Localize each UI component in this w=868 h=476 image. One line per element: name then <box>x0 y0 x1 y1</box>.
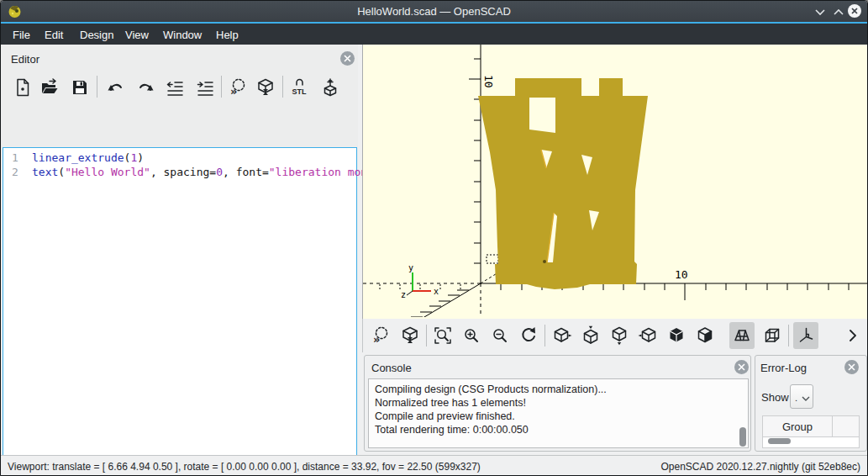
menu-help[interactable]: Help <box>216 29 239 41</box>
table-hscrollbar[interactable] <box>768 438 791 444</box>
export-stl-button[interactable]: STL <box>287 74 313 101</box>
view-perspective-button[interactable] <box>729 322 755 349</box>
toolbar-separator <box>544 325 545 346</box>
zoom-all-icon <box>433 325 453 346</box>
export-stl-icon: STL <box>290 77 310 98</box>
editor-toolbar: » STL <box>1 71 358 103</box>
rendered-model <box>478 78 648 289</box>
close-window-button[interactable] <box>847 3 862 22</box>
view-back-icon <box>695 325 715 346</box>
minimize-button[interactable] <box>814 6 826 21</box>
code-line-2: text("Hello World", spacing=0, font="lib… <box>32 166 394 178</box>
log-filter-dropdown[interactable]: . <box>790 384 813 409</box>
console-output[interactable]: Compiling design (CSG Products normaliza… <box>368 378 749 448</box>
new-file-icon <box>13 77 33 98</box>
view-left-button[interactable] <box>635 322 660 349</box>
menubar: File Edit Design View Window Help <box>1 24 867 45</box>
chevron-right-icon <box>844 327 861 344</box>
save-button[interactable] <box>67 74 92 101</box>
window-title: HelloWorld.scad — OpenSCAD <box>1 5 867 18</box>
view-top-button[interactable] <box>578 322 603 349</box>
mini-axes-indicator: y x z <box>401 263 439 299</box>
vp-render-button[interactable] <box>397 322 423 349</box>
preview-button[interactable]: » <box>225 74 250 101</box>
empty-column-header[interactable] <box>832 416 859 437</box>
menu-design[interactable]: Design <box>80 29 113 41</box>
dropdown-value: . <box>795 393 797 403</box>
undo-button[interactable] <box>103 74 129 101</box>
errorlog-panel: Error-Log Show . Group <box>755 355 867 452</box>
view-right-icon <box>552 325 572 346</box>
view-right-button[interactable] <box>550 322 575 349</box>
vp-preview-button[interactable]: » <box>368 322 393 349</box>
group-column-header[interactable]: Group <box>763 416 832 437</box>
svg-text:»: » <box>230 85 237 98</box>
errorlog-table[interactable]: Group <box>762 415 860 448</box>
reset-view-button[interactable] <box>516 322 541 349</box>
mini-axis-y-label: y <box>408 263 413 272</box>
svg-text:»: » <box>373 333 380 346</box>
toolbar-separator <box>282 76 283 98</box>
viewport-canvas: 10 10 y x z <box>363 45 868 317</box>
zoom-out-button[interactable] <box>487 322 513 349</box>
indent-button[interactable] <box>192 74 218 101</box>
menu-view[interactable]: View <box>125 29 149 41</box>
zoom-in-icon <box>461 325 481 346</box>
toolbar-separator <box>788 325 789 346</box>
view-front-icon <box>666 325 687 346</box>
print-3d-icon <box>320 77 340 98</box>
chevron-down-icon <box>801 392 811 407</box>
new-file-button[interactable] <box>10 74 35 101</box>
open-file-button[interactable] <box>37 74 62 101</box>
line-number: 2 <box>12 166 18 178</box>
maximize-button[interactable] <box>833 6 844 21</box>
preview-icon: » <box>228 77 248 98</box>
redo-icon <box>135 77 155 98</box>
code-editor[interactable]: 1 2 linear_extrude(1) text("Hello World"… <box>3 147 357 476</box>
show-axes-button[interactable] <box>793 322 818 349</box>
open-folder-icon <box>39 77 60 98</box>
view-back-button[interactable] <box>692 322 718 349</box>
viewport-toolbar: » <box>362 319 868 352</box>
console-line: Normalized tree has 1 elements! <box>375 397 526 409</box>
render-button[interactable] <box>253 74 278 101</box>
code-line-1: linear_extrude(1) <box>32 151 144 164</box>
editor-panel: Editor » <box>1 45 358 455</box>
editor-panel-title: Editor <box>11 53 39 66</box>
view-top-icon <box>581 325 601 346</box>
console-close-button[interactable] <box>734 360 749 374</box>
save-icon <box>70 77 90 98</box>
view-front-button[interactable] <box>664 322 689 349</box>
unindent-icon <box>165 77 185 98</box>
errorlog-close-button[interactable] <box>844 360 859 374</box>
view-bottom-button[interactable] <box>607 322 632 349</box>
render-icon <box>255 77 276 98</box>
redo-button[interactable] <box>133 74 158 101</box>
titlebar[interactable]: HelloWorld.scad — OpenSCAD <box>1 1 867 22</box>
view-left-icon <box>638 325 658 346</box>
console-scrollbar[interactable] <box>739 427 746 447</box>
3d-viewport[interactable]: 10 10 y x z <box>362 45 868 319</box>
menu-file[interactable]: File <box>13 29 30 41</box>
menu-window[interactable]: Window <box>163 29 202 41</box>
editor-close-button[interactable] <box>340 51 355 66</box>
show-filter-label: Show <box>761 391 789 404</box>
toolbar-more-button[interactable] <box>842 322 864 349</box>
zoom-in-button[interactable] <box>459 322 484 349</box>
console-line: Compile and preview finished. <box>375 410 515 422</box>
zoom-all-button[interactable] <box>430 322 455 349</box>
mini-axis-z-label: z <box>401 290 406 299</box>
perspective-icon <box>732 325 752 346</box>
statusbar: Viewport: translate = [ 6.66 4.94 0.50 ]… <box>1 455 867 476</box>
menu-edit[interactable]: Edit <box>45 29 63 41</box>
view-orthogonal-button[interactable] <box>760 322 785 349</box>
axes-icon <box>796 325 816 346</box>
reset-view-icon <box>518 325 539 346</box>
version-text: OpenSCAD 2020.12.27.nightly (git 52eb8ec… <box>661 461 861 473</box>
openscad-window: HelloWorld.scad — OpenSCAD File Edit Des… <box>0 0 868 476</box>
print-3d-button[interactable] <box>318 74 343 101</box>
unindent-button[interactable] <box>162 74 187 101</box>
viewport-status-text: Viewport: translate = [ 6.66 4.94 0.50 ]… <box>8 461 481 473</box>
view-bottom-icon <box>609 325 629 346</box>
zoom-out-icon <box>490 325 510 346</box>
